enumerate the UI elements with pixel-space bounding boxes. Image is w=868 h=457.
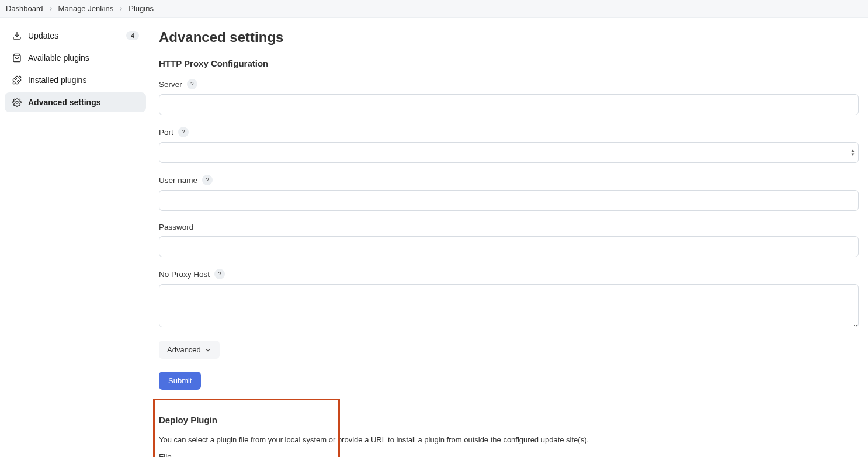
server-label: Server [159,80,182,89]
gear-icon [12,97,22,108]
chevron-right-icon [118,6,124,12]
page-title: Advanced settings [159,29,859,46]
advanced-button-label: Advanced [167,345,201,354]
help-icon[interactable]: ? [202,175,213,185]
noproxy-label: No Proxy Host [159,270,210,279]
submit-button[interactable]: Submit [159,372,201,390]
highlight-annotation [153,399,340,457]
deploy-description: You can select a plugin file from your l… [159,435,859,444]
password-input[interactable] [159,236,859,257]
sidebar-item-label: Advanced settings [28,98,139,107]
number-stepper[interactable]: ▲ ▼ [850,148,855,157]
breadcrumb-manage-jenkins[interactable]: Manage Jenkins [58,4,114,13]
divider [159,403,859,403]
username-label: User name [159,176,197,185]
sidebar-item-updates[interactable]: Updates 4 [5,26,146,46]
puzzle-icon [12,75,22,85]
download-icon [12,30,22,41]
advanced-button[interactable]: Advanced [159,341,220,359]
breadcrumb: Dashboard Manage Jenkins Plugins [0,0,868,18]
server-input[interactable] [159,94,859,115]
help-icon[interactable]: ? [187,79,197,89]
main-content: Advanced settings HTTP Proxy Configurati… [151,18,868,457]
sidebar-item-advanced-settings[interactable]: Advanced settings [5,92,146,112]
help-icon[interactable]: ? [178,127,189,137]
shopping-bag-icon [12,53,22,63]
help-icon[interactable]: ? [214,269,225,279]
noproxy-textarea[interactable] [159,284,859,327]
breadcrumb-plugins[interactable]: Plugins [129,4,154,13]
username-input[interactable] [159,190,859,211]
chevron-down-icon [204,347,211,354]
updates-badge: 4 [126,31,139,40]
sidebar-item-label: Updates [28,31,120,40]
sidebar-item-installed-plugins[interactable]: Installed plugins [5,70,146,90]
sidebar: Updates 4 Available plugins Installed pl… [0,18,151,457]
sidebar-item-label: Available plugins [28,53,139,63]
chevron-down-icon: ▼ [850,153,855,157]
breadcrumb-dashboard[interactable]: Dashboard [6,4,43,13]
sidebar-item-available-plugins[interactable]: Available plugins [5,48,146,68]
port-input[interactable] [159,142,859,163]
svg-point-1 [16,101,18,103]
http-proxy-heading: HTTP Proxy Configuration [159,58,859,68]
password-label: Password [159,223,193,231]
file-label: File [159,452,172,457]
chevron-right-icon [48,6,54,12]
sidebar-item-label: Installed plugins [28,75,139,85]
deploy-plugin-heading: Deploy Plugin [159,415,859,425]
port-label: Port [159,128,173,137]
